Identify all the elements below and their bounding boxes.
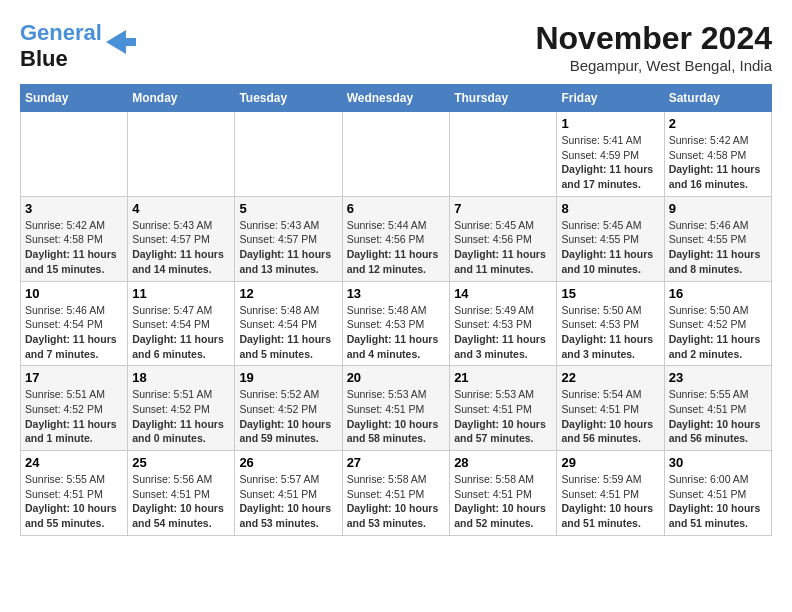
day-info: Sunrise: 5:58 AMSunset: 4:51 PMDaylight:… [347,472,446,531]
calendar-cell: 30Sunrise: 6:00 AMSunset: 4:51 PMDayligh… [664,451,771,536]
day-info: Sunrise: 5:48 AMSunset: 4:53 PMDaylight:… [347,303,446,362]
day-info: Sunrise: 5:41 AMSunset: 4:59 PMDaylight:… [561,133,659,192]
day-info: Sunrise: 5:57 AMSunset: 4:51 PMDaylight:… [239,472,337,531]
day-number: 7 [454,201,552,216]
calendar-cell: 24Sunrise: 5:55 AMSunset: 4:51 PMDayligh… [21,451,128,536]
day-info: Sunrise: 5:47 AMSunset: 4:54 PMDaylight:… [132,303,230,362]
calendar-cell: 21Sunrise: 5:53 AMSunset: 4:51 PMDayligh… [450,366,557,451]
day-number: 14 [454,286,552,301]
calendar-cell: 19Sunrise: 5:52 AMSunset: 4:52 PMDayligh… [235,366,342,451]
logo-icon [106,30,136,54]
calendar-cell [342,112,450,197]
calendar-cell: 11Sunrise: 5:47 AMSunset: 4:54 PMDayligh… [128,281,235,366]
calendar-week-row: 1Sunrise: 5:41 AMSunset: 4:59 PMDaylight… [21,112,772,197]
day-info: Sunrise: 6:00 AMSunset: 4:51 PMDaylight:… [669,472,767,531]
calendar-cell: 16Sunrise: 5:50 AMSunset: 4:52 PMDayligh… [664,281,771,366]
day-info: Sunrise: 5:45 AMSunset: 4:55 PMDaylight:… [561,218,659,277]
calendar-week-row: 17Sunrise: 5:51 AMSunset: 4:52 PMDayligh… [21,366,772,451]
day-info: Sunrise: 5:52 AMSunset: 4:52 PMDaylight:… [239,387,337,446]
calendar-cell: 28Sunrise: 5:58 AMSunset: 4:51 PMDayligh… [450,451,557,536]
weekday-header-row: SundayMondayTuesdayWednesdayThursdayFrid… [21,85,772,112]
day-number: 24 [25,455,123,470]
day-info: Sunrise: 5:55 AMSunset: 4:51 PMDaylight:… [669,387,767,446]
calendar-cell: 15Sunrise: 5:50 AMSunset: 4:53 PMDayligh… [557,281,664,366]
day-info: Sunrise: 5:45 AMSunset: 4:56 PMDaylight:… [454,218,552,277]
day-number: 1 [561,116,659,131]
day-info: Sunrise: 5:44 AMSunset: 4:56 PMDaylight:… [347,218,446,277]
day-number: 23 [669,370,767,385]
calendar-week-row: 3Sunrise: 5:42 AMSunset: 4:58 PMDaylight… [21,196,772,281]
weekday-header: Friday [557,85,664,112]
day-info: Sunrise: 5:51 AMSunset: 4:52 PMDaylight:… [132,387,230,446]
day-info: Sunrise: 5:49 AMSunset: 4:53 PMDaylight:… [454,303,552,362]
logo-text: GeneralBlue [20,20,102,72]
day-number: 16 [669,286,767,301]
day-number: 18 [132,370,230,385]
calendar-cell: 8Sunrise: 5:45 AMSunset: 4:55 PMDaylight… [557,196,664,281]
day-info: Sunrise: 5:46 AMSunset: 4:55 PMDaylight:… [669,218,767,277]
day-number: 19 [239,370,337,385]
day-info: Sunrise: 5:42 AMSunset: 4:58 PMDaylight:… [25,218,123,277]
day-info: Sunrise: 5:53 AMSunset: 4:51 PMDaylight:… [347,387,446,446]
calendar-cell: 22Sunrise: 5:54 AMSunset: 4:51 PMDayligh… [557,366,664,451]
day-number: 29 [561,455,659,470]
calendar-table: SundayMondayTuesdayWednesdayThursdayFrid… [20,84,772,536]
day-info: Sunrise: 5:46 AMSunset: 4:54 PMDaylight:… [25,303,123,362]
day-number: 13 [347,286,446,301]
calendar-cell: 20Sunrise: 5:53 AMSunset: 4:51 PMDayligh… [342,366,450,451]
day-info: Sunrise: 5:56 AMSunset: 4:51 PMDaylight:… [132,472,230,531]
weekday-header: Sunday [21,85,128,112]
day-number: 26 [239,455,337,470]
day-info: Sunrise: 5:58 AMSunset: 4:51 PMDaylight:… [454,472,552,531]
calendar-cell: 29Sunrise: 5:59 AMSunset: 4:51 PMDayligh… [557,451,664,536]
calendar-cell: 3Sunrise: 5:42 AMSunset: 4:58 PMDaylight… [21,196,128,281]
calendar-cell: 9Sunrise: 5:46 AMSunset: 4:55 PMDaylight… [664,196,771,281]
page-header: GeneralBlue November 2024 Begampur, West… [20,20,772,74]
day-info: Sunrise: 5:48 AMSunset: 4:54 PMDaylight:… [239,303,337,362]
month-title: November 2024 [535,20,772,57]
weekday-header: Monday [128,85,235,112]
calendar-cell: 1Sunrise: 5:41 AMSunset: 4:59 PMDaylight… [557,112,664,197]
day-number: 10 [25,286,123,301]
calendar-cell [128,112,235,197]
day-info: Sunrise: 5:51 AMSunset: 4:52 PMDaylight:… [25,387,123,446]
calendar-cell: 12Sunrise: 5:48 AMSunset: 4:54 PMDayligh… [235,281,342,366]
weekday-header: Tuesday [235,85,342,112]
calendar-cell: 6Sunrise: 5:44 AMSunset: 4:56 PMDaylight… [342,196,450,281]
calendar-cell: 5Sunrise: 5:43 AMSunset: 4:57 PMDaylight… [235,196,342,281]
weekday-header: Thursday [450,85,557,112]
calendar-cell [235,112,342,197]
day-number: 11 [132,286,230,301]
calendar-cell: 13Sunrise: 5:48 AMSunset: 4:53 PMDayligh… [342,281,450,366]
day-info: Sunrise: 5:43 AMSunset: 4:57 PMDaylight:… [239,218,337,277]
calendar-cell: 17Sunrise: 5:51 AMSunset: 4:52 PMDayligh… [21,366,128,451]
calendar-cell: 14Sunrise: 5:49 AMSunset: 4:53 PMDayligh… [450,281,557,366]
day-info: Sunrise: 5:54 AMSunset: 4:51 PMDaylight:… [561,387,659,446]
logo: GeneralBlue [20,20,136,72]
day-number: 3 [25,201,123,216]
day-number: 15 [561,286,659,301]
calendar-week-row: 24Sunrise: 5:55 AMSunset: 4:51 PMDayligh… [21,451,772,536]
calendar-cell: 23Sunrise: 5:55 AMSunset: 4:51 PMDayligh… [664,366,771,451]
day-info: Sunrise: 5:59 AMSunset: 4:51 PMDaylight:… [561,472,659,531]
day-number: 2 [669,116,767,131]
title-block: November 2024 Begampur, West Bengal, Ind… [535,20,772,74]
day-number: 5 [239,201,337,216]
day-number: 12 [239,286,337,301]
day-number: 22 [561,370,659,385]
day-number: 25 [132,455,230,470]
day-number: 27 [347,455,446,470]
calendar-cell: 27Sunrise: 5:58 AMSunset: 4:51 PMDayligh… [342,451,450,536]
day-number: 21 [454,370,552,385]
day-info: Sunrise: 5:43 AMSunset: 4:57 PMDaylight:… [132,218,230,277]
day-number: 20 [347,370,446,385]
day-info: Sunrise: 5:53 AMSunset: 4:51 PMDaylight:… [454,387,552,446]
day-number: 17 [25,370,123,385]
calendar-cell: 2Sunrise: 5:42 AMSunset: 4:58 PMDaylight… [664,112,771,197]
calendar-cell: 26Sunrise: 5:57 AMSunset: 4:51 PMDayligh… [235,451,342,536]
day-info: Sunrise: 5:42 AMSunset: 4:58 PMDaylight:… [669,133,767,192]
day-number: 9 [669,201,767,216]
day-number: 6 [347,201,446,216]
calendar-cell [450,112,557,197]
day-info: Sunrise: 5:55 AMSunset: 4:51 PMDaylight:… [25,472,123,531]
